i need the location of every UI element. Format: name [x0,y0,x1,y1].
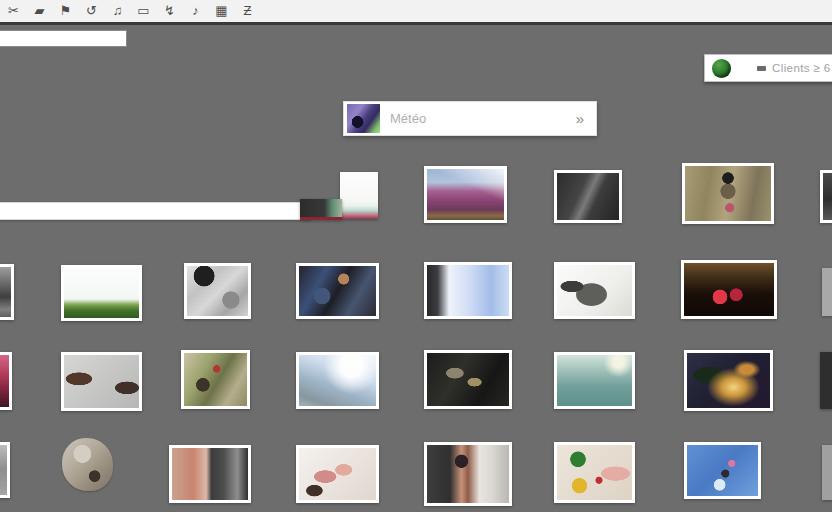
client-bar[interactable]: Clients ≥ 6 [704,54,832,82]
thumbnail-teal-sea[interactable] [554,352,635,409]
globe-icon [712,59,731,78]
thumbnail-edge-gray-row4[interactable] [0,442,10,498]
thumbnail-purple-mountain[interactable] [424,166,507,223]
toolbar: ✂▰⚑↺♫▭↯♪▦Ƶ [0,0,832,25]
menu-dash-icon [757,66,766,71]
filter-input[interactable] [0,30,127,47]
toolbar-icons: ✂▰⚑↺♫▭↯♪▦Ƶ [6,1,255,21]
thumbnail-forest-trees[interactable] [61,265,142,321]
note-icon[interactable]: ♪ [188,1,203,21]
thumbnail-portrait-card[interactable] [340,172,378,219]
thumbnail-edge-pink-row3[interactable] [0,352,12,410]
z-tool-icon[interactable]: Ƶ [240,1,255,21]
brush-icon[interactable]: ▰ [32,1,47,21]
thumbnail-ear-closeup[interactable] [169,445,251,503]
thumbnail-red-glow-letters[interactable] [681,260,777,319]
search-bar[interactable]: Météo » [343,101,597,136]
thumbnail-wind-turbine[interactable] [554,170,622,223]
gallery-canvas: Clients ≥ 6 Météo » [0,25,832,512]
thumbnail-two-figures[interactable] [61,352,142,411]
undo-icon[interactable]: ↺ [84,1,99,21]
scissors-icon[interactable]: ✂ [6,1,21,21]
thumbnail-band-scene[interactable] [181,350,250,409]
thumbnail-misty-valley[interactable] [296,352,379,409]
thumbnail-pink-figures[interactable] [296,445,379,503]
bolt-icon[interactable]: ↯ [162,1,177,21]
thumbnail-filmstrip-thumb[interactable] [300,199,342,220]
flag-icon[interactable]: ⚑ [58,1,73,21]
thumbnail-edge-faint-row2[interactable] [822,268,832,316]
thumbnail-golden-glow[interactable] [684,350,773,411]
thumbnail-stone-dragon[interactable] [554,262,635,319]
search-thumbnail[interactable] [347,104,380,133]
thumbnail-underwater-swimmer[interactable] [684,442,761,499]
search-query[interactable]: Météo [390,111,576,126]
thumbnail-field-person[interactable] [682,163,774,224]
image-icon[interactable]: ▭ [136,1,151,21]
app-window: ✂▰⚑↺♫▭↯♪▦Ƶ Clients ≥ 6 Météo » [0,0,832,512]
grid-icon[interactable]: ▦ [214,1,229,21]
thumbnail-dark-collage[interactable] [296,263,379,319]
thumbnail-edge-faint-row4[interactable] [822,445,832,500]
selection-strip[interactable] [0,202,311,220]
thumbnail-studio-person[interactable] [424,442,512,506]
thumbnail-edge-gray-row2[interactable] [0,264,14,320]
thumbnail-comic-collage[interactable] [184,263,251,319]
thumbnail-carved-shell[interactable] [62,438,113,491]
thumbnail-parrot-colors[interactable] [554,442,635,503]
thumbnail-blue-blur[interactable] [424,262,512,319]
client-bar-label: Clients ≥ 6 [772,62,831,74]
thumbnail-dark-figures[interactable] [424,350,512,409]
thumbnail-edge-dark-row1[interactable] [820,170,832,223]
music-icon[interactable]: ♫ [110,1,125,21]
chevron-right-icon[interactable]: » [576,110,584,127]
thumbnail-edge-dark-row3[interactable] [820,352,832,409]
